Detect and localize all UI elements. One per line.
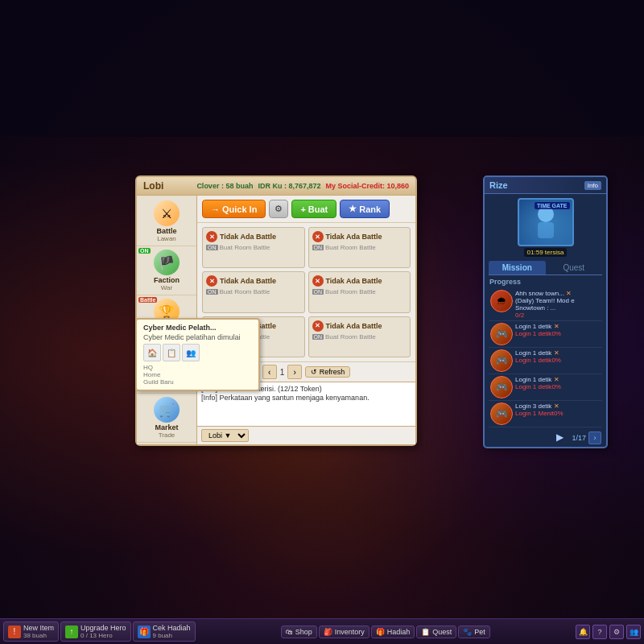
- battle-room-4[interactable]: ✕ Tidak Ada Battle ON Buat Room Battle: [308, 271, 411, 312]
- quest-icon: 📋: [421, 628, 430, 636]
- room-x-icon-2: ✕: [312, 231, 324, 242]
- progress-val-3: Login 1 detik0%: [515, 357, 601, 364]
- prev-page-button[interactable]: ‹: [262, 365, 277, 379]
- rize-info-button[interactable]: Info: [584, 181, 601, 190]
- quickin-button[interactable]: → Quick In: [202, 200, 266, 218]
- rize-next-page-button[interactable]: ›: [588, 431, 601, 444]
- battle-room-6[interactable]: ✕ Tidak Ada Battle ON Buat Room Battle: [308, 316, 411, 357]
- sidebar-item-market[interactable]: 🛒 Market Trade: [137, 394, 196, 443]
- popup-notification[interactable]: Cyber Medic Pelath... Cyber Medic pelati…: [135, 318, 260, 391]
- rize-name: Rize: [489, 180, 508, 190]
- rize-timer: 01:59 tersisa: [524, 248, 568, 257]
- room-action-6: ON Buat Room Battle: [312, 333, 407, 341]
- upgrade-label: Upgrade Hero: [80, 624, 126, 632]
- next-page-button[interactable]: ›: [287, 365, 302, 379]
- room-title-3: Tidak Ada Battle: [220, 277, 276, 285]
- lobi-toolbar: → Quick In ⚙ + Buat ★ Rank: [197, 196, 415, 223]
- battle-badge: Battle: [138, 297, 157, 303]
- taskbar-quest[interactable]: 📋 Quest: [416, 625, 456, 638]
- lobi-titlebar: Lobi Clover : 58 buah IDR Ku : 8,767,872…: [137, 177, 415, 196]
- progress-val-1: 0/2: [515, 312, 601, 319]
- lobi-stats: Clover : 58 buah IDR Ku : 8,767,872 My S…: [196, 182, 409, 190]
- progress-item-1: 🌨 Ahh snow town... ✕ (Daily) Team!! Mod …: [489, 288, 602, 321]
- progress-icon-4: 🎮: [490, 376, 513, 398]
- settings-right-button[interactable]: ⚙: [609, 625, 624, 639]
- rize-titlebar: Rize Info: [485, 177, 606, 194]
- progress-item-2: 🎮 Login 1 detik ✕ Login 1 detik0%: [489, 321, 602, 348]
- progress-item-3: 🎮 Login 1 detik ✕ Login 1 detik0%: [489, 348, 602, 374]
- cursor-icon: ▶: [556, 431, 569, 444]
- battle-icon: ⚔: [154, 200, 180, 226]
- progress-label: Progress: [485, 275, 606, 287]
- popup-subtitle: Cyber Medic pelatihan dimulai: [143, 333, 252, 341]
- new-item-count: 38 buah: [23, 632, 54, 639]
- taskbar: ! New Item 38 buah ↑ Upgrade Hero 0 / 13…: [0, 618, 644, 644]
- inventory-label: Inventory: [335, 628, 365, 636]
- battle-room-3[interactable]: ✕ Tidak Ada Battle ON Buat Room Battle: [202, 271, 305, 312]
- settings-button[interactable]: ⚙: [269, 200, 288, 218]
- help-button[interactable]: ?: [592, 625, 607, 639]
- shop-icon: 🛍: [286, 628, 293, 636]
- rize-tabs: Mission Quest: [489, 261, 602, 275]
- lobi-chat-bar: Lobi ▼: [197, 426, 415, 444]
- taskbar-shop[interactable]: 🛍 Shop: [281, 625, 317, 638]
- credit-stat: My Social-Credit: 10,860: [325, 182, 409, 190]
- progress-text-1: Ahh snow town... ✕ (Daily) Team!! Mod e …: [515, 290, 601, 319]
- inventory-icon: 🎒: [324, 628, 332, 636]
- chat-channel-select[interactable]: Lobi ▼: [201, 429, 249, 442]
- room-action-1: ON Buat Room Battle: [206, 244, 301, 251]
- hadiah-menu-label: Hadiah: [387, 628, 411, 636]
- taskbar-inventory[interactable]: 🎒 Inventory: [319, 625, 369, 638]
- quest-label: Quest: [432, 628, 452, 636]
- progress-text-3: Login 1 detik ✕ Login 1 detik0%: [515, 349, 601, 364]
- popup-guild-label: Guild Baru: [143, 378, 252, 386]
- battle-room-2[interactable]: ✕ Tidak Ada Battle ON Buat Room Battle: [308, 227, 411, 268]
- taskbar-pet[interactable]: 🐾 Pet: [458, 625, 490, 638]
- progress-val-2: Login 1 detik0%: [515, 330, 601, 337]
- rank-button[interactable]: ★ Rank: [340, 200, 390, 218]
- faction-label: Faction: [154, 276, 180, 284]
- popup-guild-icon[interactable]: 👥: [182, 344, 200, 361]
- users-button[interactable]: 👥: [626, 625, 641, 639]
- progress-list: 🌨 Ahh snow town... ✕ (Daily) Team!! Mod …: [485, 287, 606, 429]
- room-status-2: ✕ Tidak Ada Battle: [312, 231, 407, 242]
- quickin-arrow: →: [211, 204, 220, 214]
- battle-room-1[interactable]: ✕ Tidak Ada Battle ON Buat Room Battle: [202, 227, 305, 268]
- room-title-4: Tidak Ada Battle: [326, 277, 382, 285]
- room-x-icon-3: ✕: [206, 275, 217, 287]
- progress-item-4: 🎮 Login 1 detik ✕ Login 1 detik0%: [489, 374, 602, 401]
- buat-button[interactable]: + Buat: [291, 200, 336, 218]
- taskbar-hadiah[interactable]: 🎁 Hadiah: [371, 625, 415, 638]
- room-x-icon-6: ✕: [312, 320, 324, 332]
- battle-sub: Lawan: [157, 235, 176, 242]
- progress-icon-2: 🎮: [490, 323, 513, 345]
- lobi-window: Lobi Clover : 58 buah IDR Ku : 8,767,872…: [135, 175, 417, 446]
- popup-home-icon[interactable]: 📋: [163, 344, 180, 361]
- faction-sub: War: [161, 284, 172, 291]
- room-status-4: ✕ Tidak Ada Battle: [312, 275, 407, 287]
- progress-icon-1: 🌨: [490, 290, 513, 312]
- tab-quest[interactable]: Quest: [546, 261, 603, 275]
- popup-title: Cyber Medic Pelath...: [143, 324, 252, 332]
- sidebar-item-faction[interactable]: ON 🏴 Faction War: [137, 246, 196, 295]
- rize-page-number: 1/17: [572, 434, 586, 442]
- progress-text-5: Login 3 detik ✕ Login 1 Menit0%: [515, 402, 601, 417]
- idr-stat: IDR Ku : 8,767,872: [258, 182, 320, 190]
- refresh-button[interactable]: ↺ Refresh: [305, 366, 350, 378]
- room-status-3: ✕ Tidak Ada Battle: [206, 275, 301, 287]
- timegate-label: TIME GATE: [535, 202, 570, 209]
- taskbar-right: 🔔 ? ⚙ 👥: [576, 625, 641, 639]
- notification-button[interactable]: 🔔: [576, 625, 590, 639]
- on-badge: ON: [138, 248, 151, 254]
- progress-icon-3: 🎮: [490, 349, 513, 372]
- lobi-title: Lobi: [143, 180, 163, 192]
- pet-label: Pet: [474, 628, 485, 636]
- tab-mission[interactable]: Mission: [489, 261, 546, 275]
- new-item-notification[interactable]: ! New Item 38 buah: [3, 621, 59, 642]
- popup-hq-icon[interactable]: 🏠: [143, 344, 161, 361]
- upgrade-hero-notification[interactable]: ↑ Upgrade Hero 0 / 13 Hero: [60, 621, 131, 642]
- sidebar-item-battle[interactable]: ⚔ Battle Lawan: [137, 197, 196, 246]
- cek-hadiah-notification[interactable]: 🎁 Cek Hadiah 9 buah: [133, 621, 196, 642]
- room-title-2: Tidak Ada Battle: [326, 233, 382, 241]
- pet-icon: 🐾: [463, 628, 472, 636]
